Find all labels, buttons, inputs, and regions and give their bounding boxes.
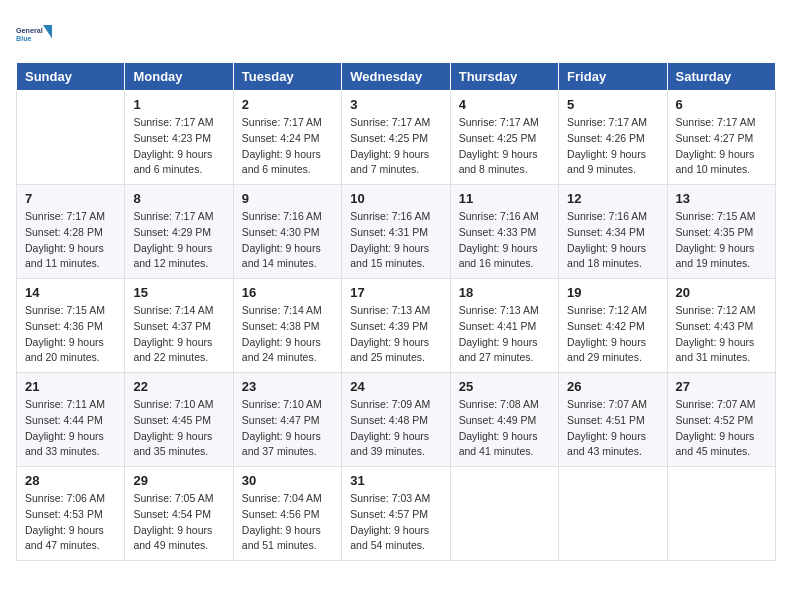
day-number: 31 — [350, 473, 441, 488]
calendar-cell: 20Sunrise: 7:12 AMSunset: 4:43 PMDayligh… — [667, 279, 775, 373]
day-info: Sunrise: 7:07 AMSunset: 4:51 PMDaylight:… — [567, 397, 658, 460]
day-number: 1 — [133, 97, 224, 112]
calendar-cell: 12Sunrise: 7:16 AMSunset: 4:34 PMDayligh… — [559, 185, 667, 279]
calendar-table: SundayMondayTuesdayWednesdayThursdayFrid… — [16, 62, 776, 561]
day-number: 20 — [676, 285, 767, 300]
day-info: Sunrise: 7:17 AMSunset: 4:23 PMDaylight:… — [133, 115, 224, 178]
calendar-cell: 17Sunrise: 7:13 AMSunset: 4:39 PMDayligh… — [342, 279, 450, 373]
weekday-header: Friday — [559, 63, 667, 91]
calendar-cell: 6Sunrise: 7:17 AMSunset: 4:27 PMDaylight… — [667, 91, 775, 185]
day-info: Sunrise: 7:15 AMSunset: 4:36 PMDaylight:… — [25, 303, 116, 366]
weekday-header: Tuesday — [233, 63, 341, 91]
calendar-cell: 22Sunrise: 7:10 AMSunset: 4:45 PMDayligh… — [125, 373, 233, 467]
calendar-cell: 25Sunrise: 7:08 AMSunset: 4:49 PMDayligh… — [450, 373, 558, 467]
day-number: 30 — [242, 473, 333, 488]
day-number: 13 — [676, 191, 767, 206]
calendar-cell: 31Sunrise: 7:03 AMSunset: 4:57 PMDayligh… — [342, 467, 450, 561]
calendar-week-row: 14Sunrise: 7:15 AMSunset: 4:36 PMDayligh… — [17, 279, 776, 373]
day-number: 18 — [459, 285, 550, 300]
weekday-header-row: SundayMondayTuesdayWednesdayThursdayFrid… — [17, 63, 776, 91]
calendar-week-row: 21Sunrise: 7:11 AMSunset: 4:44 PMDayligh… — [17, 373, 776, 467]
day-number: 22 — [133, 379, 224, 394]
calendar-cell: 23Sunrise: 7:10 AMSunset: 4:47 PMDayligh… — [233, 373, 341, 467]
day-info: Sunrise: 7:06 AMSunset: 4:53 PMDaylight:… — [25, 491, 116, 554]
day-info: Sunrise: 7:10 AMSunset: 4:47 PMDaylight:… — [242, 397, 333, 460]
day-number: 28 — [25, 473, 116, 488]
day-info: Sunrise: 7:11 AMSunset: 4:44 PMDaylight:… — [25, 397, 116, 460]
day-number: 12 — [567, 191, 658, 206]
day-number: 11 — [459, 191, 550, 206]
weekday-header: Saturday — [667, 63, 775, 91]
calendar-cell — [559, 467, 667, 561]
calendar-cell: 3Sunrise: 7:17 AMSunset: 4:25 PMDaylight… — [342, 91, 450, 185]
calendar-cell: 1Sunrise: 7:17 AMSunset: 4:23 PMDaylight… — [125, 91, 233, 185]
weekday-header: Sunday — [17, 63, 125, 91]
day-number: 25 — [459, 379, 550, 394]
weekday-header: Monday — [125, 63, 233, 91]
calendar-cell: 21Sunrise: 7:11 AMSunset: 4:44 PMDayligh… — [17, 373, 125, 467]
calendar-cell: 4Sunrise: 7:17 AMSunset: 4:25 PMDaylight… — [450, 91, 558, 185]
calendar-cell: 7Sunrise: 7:17 AMSunset: 4:28 PMDaylight… — [17, 185, 125, 279]
day-info: Sunrise: 7:17 AMSunset: 4:25 PMDaylight:… — [350, 115, 441, 178]
day-info: Sunrise: 7:09 AMSunset: 4:48 PMDaylight:… — [350, 397, 441, 460]
day-info: Sunrise: 7:17 AMSunset: 4:25 PMDaylight:… — [459, 115, 550, 178]
day-info: Sunrise: 7:13 AMSunset: 4:39 PMDaylight:… — [350, 303, 441, 366]
day-number: 8 — [133, 191, 224, 206]
day-info: Sunrise: 7:17 AMSunset: 4:26 PMDaylight:… — [567, 115, 658, 178]
day-info: Sunrise: 7:16 AMSunset: 4:31 PMDaylight:… — [350, 209, 441, 272]
day-number: 16 — [242, 285, 333, 300]
day-number: 9 — [242, 191, 333, 206]
weekday-header: Wednesday — [342, 63, 450, 91]
day-number: 10 — [350, 191, 441, 206]
calendar-cell: 26Sunrise: 7:07 AMSunset: 4:51 PMDayligh… — [559, 373, 667, 467]
day-number: 14 — [25, 285, 116, 300]
calendar-cell: 11Sunrise: 7:16 AMSunset: 4:33 PMDayligh… — [450, 185, 558, 279]
svg-text:General: General — [16, 26, 43, 35]
day-info: Sunrise: 7:13 AMSunset: 4:41 PMDaylight:… — [459, 303, 550, 366]
day-info: Sunrise: 7:17 AMSunset: 4:27 PMDaylight:… — [676, 115, 767, 178]
day-info: Sunrise: 7:14 AMSunset: 4:37 PMDaylight:… — [133, 303, 224, 366]
calendar-week-row: 28Sunrise: 7:06 AMSunset: 4:53 PMDayligh… — [17, 467, 776, 561]
calendar-week-row: 7Sunrise: 7:17 AMSunset: 4:28 PMDaylight… — [17, 185, 776, 279]
day-info: Sunrise: 7:16 AMSunset: 4:33 PMDaylight:… — [459, 209, 550, 272]
day-number: 3 — [350, 97, 441, 112]
day-number: 2 — [242, 97, 333, 112]
calendar-week-row: 1Sunrise: 7:17 AMSunset: 4:23 PMDaylight… — [17, 91, 776, 185]
day-info: Sunrise: 7:12 AMSunset: 4:42 PMDaylight:… — [567, 303, 658, 366]
calendar-cell: 28Sunrise: 7:06 AMSunset: 4:53 PMDayligh… — [17, 467, 125, 561]
calendar-cell: 10Sunrise: 7:16 AMSunset: 4:31 PMDayligh… — [342, 185, 450, 279]
calendar-cell: 13Sunrise: 7:15 AMSunset: 4:35 PMDayligh… — [667, 185, 775, 279]
day-number: 19 — [567, 285, 658, 300]
day-info: Sunrise: 7:10 AMSunset: 4:45 PMDaylight:… — [133, 397, 224, 460]
logo-icon: GeneralBlue — [16, 16, 52, 52]
svg-marker-0 — [43, 25, 52, 39]
calendar-cell: 16Sunrise: 7:14 AMSunset: 4:38 PMDayligh… — [233, 279, 341, 373]
day-info: Sunrise: 7:14 AMSunset: 4:38 PMDaylight:… — [242, 303, 333, 366]
calendar-cell: 29Sunrise: 7:05 AMSunset: 4:54 PMDayligh… — [125, 467, 233, 561]
day-info: Sunrise: 7:03 AMSunset: 4:57 PMDaylight:… — [350, 491, 441, 554]
day-number: 26 — [567, 379, 658, 394]
svg-text:Blue: Blue — [16, 34, 32, 43]
day-number: 6 — [676, 97, 767, 112]
day-info: Sunrise: 7:17 AMSunset: 4:24 PMDaylight:… — [242, 115, 333, 178]
calendar-cell: 9Sunrise: 7:16 AMSunset: 4:30 PMDaylight… — [233, 185, 341, 279]
day-number: 27 — [676, 379, 767, 394]
calendar-cell: 19Sunrise: 7:12 AMSunset: 4:42 PMDayligh… — [559, 279, 667, 373]
calendar-cell: 14Sunrise: 7:15 AMSunset: 4:36 PMDayligh… — [17, 279, 125, 373]
calendar-cell: 18Sunrise: 7:13 AMSunset: 4:41 PMDayligh… — [450, 279, 558, 373]
day-info: Sunrise: 7:05 AMSunset: 4:54 PMDaylight:… — [133, 491, 224, 554]
calendar-cell: 5Sunrise: 7:17 AMSunset: 4:26 PMDaylight… — [559, 91, 667, 185]
day-number: 29 — [133, 473, 224, 488]
page-header: GeneralBlue — [16, 16, 776, 52]
day-info: Sunrise: 7:17 AMSunset: 4:29 PMDaylight:… — [133, 209, 224, 272]
day-number: 15 — [133, 285, 224, 300]
day-info: Sunrise: 7:12 AMSunset: 4:43 PMDaylight:… — [676, 303, 767, 366]
calendar-cell — [17, 91, 125, 185]
logo: GeneralBlue — [16, 16, 52, 52]
calendar-cell: 30Sunrise: 7:04 AMSunset: 4:56 PMDayligh… — [233, 467, 341, 561]
day-number: 23 — [242, 379, 333, 394]
day-info: Sunrise: 7:08 AMSunset: 4:49 PMDaylight:… — [459, 397, 550, 460]
calendar-cell: 2Sunrise: 7:17 AMSunset: 4:24 PMDaylight… — [233, 91, 341, 185]
calendar-cell: 24Sunrise: 7:09 AMSunset: 4:48 PMDayligh… — [342, 373, 450, 467]
day-number: 7 — [25, 191, 116, 206]
